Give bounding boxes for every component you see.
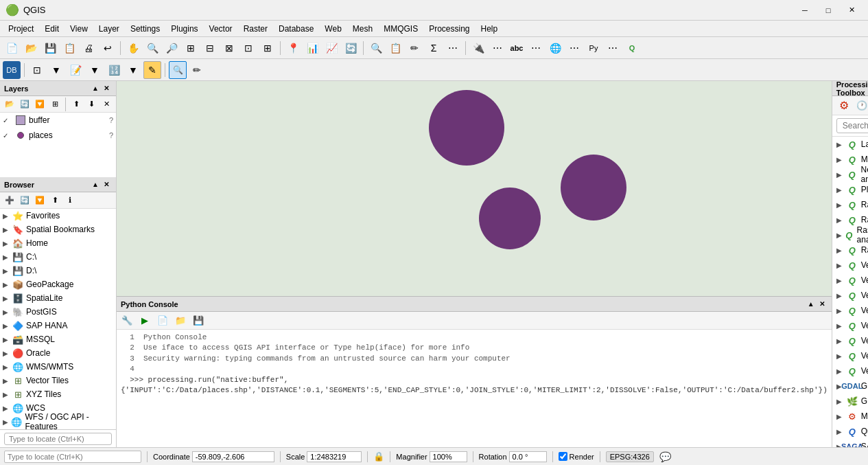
zoom-out-button[interactable]: 🔎 xyxy=(163,39,180,57)
move-up-btn[interactable]: ⬆ xyxy=(69,98,83,111)
refresh-button[interactable]: 🔄 xyxy=(342,39,360,57)
identify-features-button[interactable]: 🔍 xyxy=(367,39,385,57)
menu-settings[interactable]: Settings xyxy=(125,23,165,35)
save-button[interactable]: 💾 xyxy=(41,39,59,57)
edit-button[interactable]: ✏ xyxy=(406,39,423,57)
epsg-badge[interactable]: EPSG:4326 xyxy=(606,451,654,462)
sum-button[interactable]: Σ xyxy=(425,39,443,57)
map-canvas[interactable] xyxy=(117,81,832,296)
menu-web[interactable]: Web xyxy=(319,23,347,35)
proc-item-raster-analysis[interactable]: ▶ Q Raster analysis xyxy=(832,197,868,212)
proc-item-gdal[interactable]: ▶ GDAL GDAL xyxy=(832,378,868,394)
locate-input[interactable] xyxy=(4,433,112,445)
pan-button[interactable]: ✋ xyxy=(124,39,142,57)
browser-add-btn[interactable]: ➕ xyxy=(3,194,16,207)
open-layer-btn[interactable]: 📂 xyxy=(3,98,16,111)
browser-collapse-btn[interactable]: ⬆ xyxy=(48,194,62,207)
zoom-extent-button[interactable]: ⊞ xyxy=(182,39,200,57)
zoom-native-button[interactable]: ⊡ xyxy=(239,39,257,57)
zoom-layer-button[interactable]: ⊟ xyxy=(201,39,219,57)
menu-view[interactable]: View xyxy=(64,23,93,35)
label-btn[interactable]: abc xyxy=(508,39,526,57)
proc-item-vector-overlay[interactable]: ▶ Q Vector overlay xyxy=(832,318,868,333)
proc-item-grass[interactable]: ▶ 🌿 GRASS xyxy=(832,394,868,409)
proc-item-layer-tools[interactable]: ▶ Q Layer tools xyxy=(832,137,868,152)
refresh-layer-btn[interactable]: 🔄 xyxy=(18,98,32,111)
globe-btn[interactable]: 🌐 xyxy=(546,39,564,57)
menu-help[interactable]: Help xyxy=(476,23,504,35)
browser-item-d[interactable]: ▶ 💾 D:\ xyxy=(0,264,116,277)
layer-item-buffer[interactable]: ✓ buffer ? xyxy=(0,113,116,128)
menu-edit[interactable]: Edit xyxy=(39,23,64,35)
menu-mmqgis[interactable]: MMQGIS xyxy=(378,23,423,35)
zoom-selection-button[interactable]: ⊠ xyxy=(220,39,238,57)
proc-item-network-analysis[interactable]: ▶ Q Network analysis xyxy=(832,167,868,182)
layers-expand-btn[interactable]: ▲ xyxy=(90,83,101,94)
identify-button[interactable]: 📍 xyxy=(284,39,302,57)
menu-raster[interactable]: Raster xyxy=(238,23,273,35)
console-close-btn[interactable]: ✕ xyxy=(817,299,828,310)
python-btn[interactable]: Py xyxy=(585,39,602,57)
render-checkbox[interactable]: Render xyxy=(559,452,594,461)
proc-item-vector-geometry[interactable]: ▶ Q Vector geometry xyxy=(832,303,868,318)
render-check-input[interactable] xyxy=(559,452,567,461)
console-run-btn[interactable]: ▶ xyxy=(137,313,152,328)
qgis-btn[interactable]: Q xyxy=(623,39,641,57)
more4-button[interactable]: ⋯ xyxy=(565,39,583,57)
proc-item-vector-tiles[interactable]: ▶ Q Vector tiles xyxy=(832,363,868,378)
menu-plugins[interactable]: Plugins xyxy=(165,23,203,35)
proc-history-btn[interactable]: 🕐 xyxy=(854,98,868,113)
more1-button[interactable]: ⋯ xyxy=(444,39,462,57)
print-button[interactable]: 🖨 xyxy=(80,39,97,57)
digitize-btn[interactable]: ✎ xyxy=(143,61,161,79)
browser-item-wmswmts[interactable]: ▶ 🌐 WMS/WMTS xyxy=(0,360,116,374)
layer-help-places[interactable]: ? xyxy=(109,131,113,139)
open-button[interactable]: 📂 xyxy=(22,39,40,57)
browser-item-xyztiles[interactable]: ▶ ⊞ XYZ Tiles xyxy=(0,387,116,401)
browser-item-saphana[interactable]: ▶ 🔷 SAP HANA xyxy=(0,319,116,332)
menu-mesh[interactable]: Mesh xyxy=(347,23,378,35)
rotation-input[interactable] xyxy=(509,451,547,462)
expand-layers-btn[interactable]: ⊞ xyxy=(48,98,62,111)
menu-project[interactable]: Project xyxy=(3,23,39,35)
new-button[interactable]: 📄 xyxy=(3,39,21,57)
proc-item-saga[interactable]: ▶ SAGA SAGA xyxy=(832,439,868,447)
layers-close-btn[interactable]: ✕ xyxy=(101,83,112,94)
browser-item-bookmarks[interactable]: ▶ 🔖 Spatial Bookmarks xyxy=(0,223,116,236)
messages-icon[interactable]: 💬 xyxy=(659,451,671,462)
close-button[interactable]: ✕ xyxy=(841,3,863,17)
console-expand-btn[interactable]: ▲ xyxy=(806,299,817,310)
console-save-btn[interactable]: 💾 xyxy=(191,313,206,328)
browser-item-favorites[interactable]: ▶ ⭐ Favorites xyxy=(0,209,116,223)
proc-item-vector-selection[interactable]: ▶ Q Vector selection xyxy=(832,333,868,348)
more5-button[interactable]: ⋯ xyxy=(604,39,622,57)
statistics-button[interactable]: 📈 xyxy=(322,39,340,57)
menu-vector[interactable]: Vector xyxy=(204,23,238,35)
browser-item-oracle[interactable]: ▶ 🔴 Oracle xyxy=(0,346,116,360)
pan-to-selection-button[interactable]: ⊞ xyxy=(259,39,277,57)
proc-item-models[interactable]: ▶ ⚙ Models xyxy=(832,409,868,424)
proc-item-raster-tools[interactable]: ▶ Q Raster tools xyxy=(832,242,868,258)
browser-item-c[interactable]: ▶ 💾 C:\ xyxy=(0,250,116,264)
layer-filter-btn[interactable]: 🔢 xyxy=(105,61,123,79)
layer-check-buffer[interactable]: ✓ xyxy=(3,117,12,124)
plugins-btn[interactable]: 🔌 xyxy=(469,39,487,57)
proc-item-vector-table[interactable]: ▶ Q Vector table xyxy=(832,348,868,363)
menu-database[interactable]: Database xyxy=(273,23,319,35)
field-calc-button[interactable]: 📋 xyxy=(386,39,404,57)
proc-run-btn[interactable]: ⚙ xyxy=(836,98,852,113)
browser-item-postgis[interactable]: ▶ 🐘 PostGIS xyxy=(0,305,116,319)
filter-layer-btn[interactable]: 🔽 xyxy=(33,98,47,111)
menu-layer[interactable]: Layer xyxy=(93,23,125,35)
browser-item-vectortiles[interactable]: ▶ ⊞ Vector Tiles xyxy=(0,374,116,387)
layer-check-places[interactable]: ✓ xyxy=(3,132,12,139)
layer-help-buffer[interactable]: ? xyxy=(109,116,113,124)
attribute-table-button[interactable]: 📊 xyxy=(303,39,321,57)
layer-item-places[interactable]: ✓ places ? xyxy=(0,128,116,143)
processing-search-input[interactable] xyxy=(836,118,868,133)
magnifier-input[interactable] xyxy=(430,451,467,462)
console-output[interactable]: 1 Python Console 2 Use iface to access Q… xyxy=(117,330,832,447)
browser-item-geopackage[interactable]: ▶ 📦 GeoPackage xyxy=(0,277,116,291)
select-dropdown[interactable]: ▼ xyxy=(47,61,65,79)
proc-item-vector-general[interactable]: ▶ Q Vector general xyxy=(832,288,868,303)
